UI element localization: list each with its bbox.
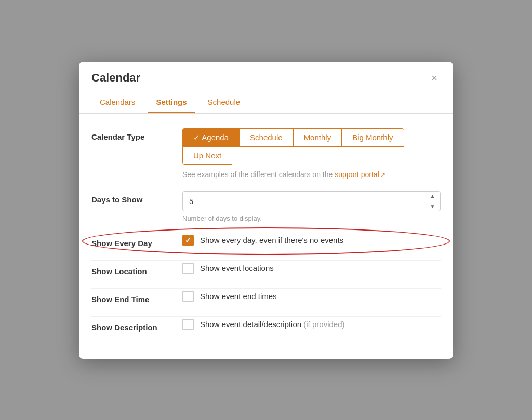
cal-type-monthly[interactable]: Monthly: [293, 128, 342, 147]
days-to-show-label: Days to Show: [91, 191, 182, 204]
show-location-control: Show event locations: [182, 263, 441, 274]
show-description-checkbox-row: Show event detail/description (if provid…: [182, 319, 441, 330]
show-description-text: Show event detail/description (if provid…: [200, 320, 345, 329]
calendar-type-control: ✓ Agenda Schedule Monthly Big Monthly Up…: [182, 128, 441, 179]
show-every-day-checkbox[interactable]: [182, 235, 194, 246]
days-to-show-row: Days to Show ▲ ▼ Number of days to displ…: [91, 191, 441, 222]
cal-type-row-2: Up Next: [182, 146, 441, 164]
show-description-checkbox[interactable]: [182, 319, 194, 330]
show-every-day-text: Show every day, even if there's no event…: [200, 236, 343, 245]
show-description-control: Show event detail/description (if provid…: [182, 319, 441, 330]
show-end-time-checkbox[interactable]: [182, 291, 194, 302]
spinner-down-button[interactable]: ▼: [424, 201, 441, 211]
show-end-time-checkbox-row: Show event end times: [182, 291, 441, 302]
show-every-day-label: Show Every Day: [91, 235, 182, 248]
show-location-text: Show event locations: [200, 264, 274, 273]
days-spinner: ▲ ▼: [424, 191, 441, 211]
calendar-type-label: Calendar Type: [91, 128, 182, 141]
spinner-up-button[interactable]: ▲: [424, 191, 441, 201]
cal-type-big-monthly[interactable]: Big Monthly: [341, 128, 404, 147]
show-description-label: Show Description: [91, 319, 182, 332]
modal-header: Calendar ×: [79, 62, 453, 91]
show-every-day-checkbox-row: Show every day, even if there's no event…: [182, 235, 441, 246]
modal-tabs: Calendars Settings Schedule: [79, 91, 453, 114]
cal-type-agenda[interactable]: ✓ Agenda: [182, 128, 240, 147]
show-end-time-control: Show event end times: [182, 291, 441, 302]
show-location-label: Show Location: [91, 263, 182, 276]
cal-type-up-next[interactable]: Up Next: [182, 146, 232, 165]
tab-schedule[interactable]: Schedule: [200, 91, 249, 113]
support-text: See examples of the different calendars …: [182, 170, 441, 179]
show-every-day-control: Show every day, even if there's no event…: [182, 235, 441, 246]
calendar-modal: Calendar × Calendars Settings Schedule C…: [79, 62, 453, 359]
days-to-show-control: ▲ ▼ Number of days to display.: [182, 191, 441, 222]
cal-type-row-1: ✓ Agenda Schedule Monthly Big Monthly: [182, 128, 441, 146]
show-location-checkbox-row: Show event locations: [182, 263, 441, 274]
days-input[interactable]: [182, 191, 441, 211]
calendar-type-row: Calendar Type ✓ Agenda Schedule Monthly …: [91, 128, 441, 179]
show-end-time-text: Show event end times: [200, 292, 277, 301]
show-end-time-label: Show End Time: [91, 291, 182, 304]
show-location-row: Show Location Show event locations: [91, 263, 441, 276]
external-link-icon: ↗: [380, 171, 385, 179]
days-input-wrap: ▲ ▼: [182, 191, 441, 211]
support-portal-link[interactable]: support portal↗: [335, 170, 385, 179]
tab-calendars[interactable]: Calendars: [91, 91, 143, 113]
days-hint: Number of days to display.: [182, 214, 441, 222]
show-location-checkbox[interactable]: [182, 263, 194, 274]
show-end-time-row: Show End Time Show event end times: [91, 291, 441, 304]
show-every-day-row: Show Every Day Show every day, even if t…: [91, 235, 441, 248]
modal-title: Calendar: [91, 71, 140, 85]
cal-type-schedule[interactable]: Schedule: [239, 128, 294, 147]
show-description-row: Show Description Show event detail/descr…: [91, 319, 441, 332]
modal-body: Calendar Type ✓ Agenda Schedule Monthly …: [79, 114, 453, 359]
close-button[interactable]: ×: [428, 72, 441, 84]
tab-settings[interactable]: Settings: [148, 91, 195, 113]
